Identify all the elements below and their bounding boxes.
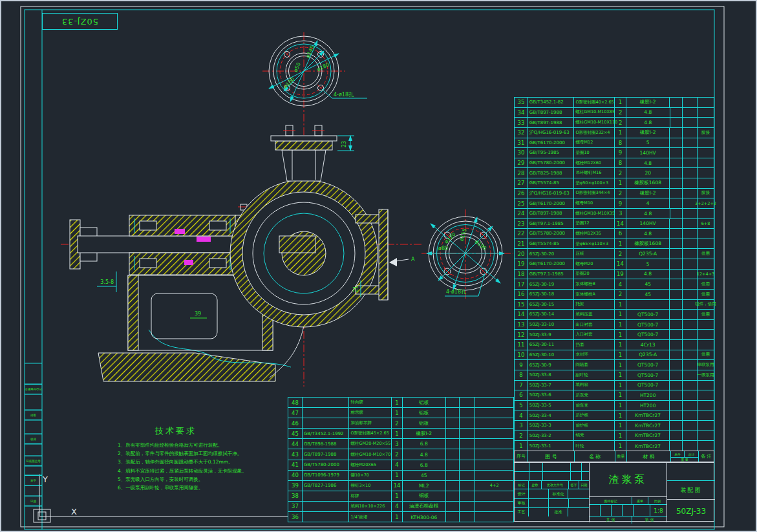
bom-cell: 14 — [392, 481, 403, 491]
bom-cell — [698, 209, 714, 218]
bom-cell — [446, 398, 460, 407]
drawing-number: 50ZJ-33 — [676, 507, 706, 516]
bom-cell: GB/T897-1988 — [303, 449, 350, 459]
bom-cell: 1 — [615, 401, 626, 410]
bom-cell: 21 — [515, 239, 528, 249]
bom-cell: 组件，借用 — [698, 300, 714, 310]
bom-cell: 50ZJ-33-4 — [528, 410, 575, 420]
tech-req-item: 3、装配后，轴伸外圆径向圆跳动量不大于0.12mm。 — [118, 458, 291, 466]
bom-cell: 37 — [288, 502, 303, 511]
bom-cell — [446, 481, 460, 491]
tech-req-item: 1、所有零部件均应经检验合格后方可进行装配。 — [118, 441, 291, 449]
bom-cell — [670, 390, 683, 400]
bom-cell — [670, 158, 683, 168]
section-label: A — [411, 257, 415, 262]
bom-cell: 泵体螺栓A — [574, 290, 615, 299]
bom-cell — [698, 239, 714, 249]
tech-requirements: 技术要求 1、所有零部件均应经检验合格后方可进行装配。 2、装配前，零件与零件的… — [118, 425, 291, 492]
bom-cell — [683, 441, 698, 451]
bom-row: 29GB/T5780-2000螺栓M12X6084.8 — [515, 158, 714, 169]
bom-cell — [683, 360, 698, 370]
bom-cell — [460, 429, 475, 438]
bom-row: 1165ZJ-30-11挡套14Cr13 — [515, 340, 714, 350]
bom-row: 1065ZJ-30-10水封环1Q235-A借用 — [515, 350, 714, 361]
bom-cell: Q235-A — [626, 350, 670, 360]
bom-cell — [683, 158, 698, 168]
bom-cell — [626, 300, 670, 310]
revision-label-docno: 更改文件号 — [542, 481, 569, 489]
bom-cell: 借用 — [698, 279, 714, 289]
bom-cell: 1 — [615, 128, 626, 138]
bom-cell: 蜗壳 — [574, 431, 615, 441]
bom-cell: 9 — [515, 360, 528, 370]
role-approve: 批准 — [549, 508, 568, 516]
bom-table-main: 35GB/T3452.1-82O形密封圈40×2.651橡胶I-234GB/T8… — [514, 97, 714, 451]
revision-label-sign: 签字 — [569, 481, 579, 489]
bom-cell — [670, 401, 683, 410]
bom-cell: 垫圈20 — [574, 270, 615, 279]
bom-cell: 9 — [615, 148, 626, 158]
bom-cell: 50ZJ-33-9 — [528, 330, 575, 339]
bom-cell: 4.8 — [403, 449, 446, 459]
bom-cell — [303, 408, 350, 418]
bom-row: 47标示牌1铝板 — [288, 408, 513, 418]
bom-cell: 1 — [615, 410, 626, 420]
bom-cell — [670, 189, 683, 198]
bom-cell: QT500-7 — [626, 310, 670, 319]
bom-cell: 1 — [615, 98, 626, 107]
bom-cell — [683, 118, 698, 127]
bom-cell: GB/T95-1985 — [528, 148, 575, 158]
bom-cell — [683, 219, 698, 229]
bom-cell: 50ZJ-33-6 — [528, 390, 575, 400]
doc-type: 装配图 — [681, 486, 702, 495]
bom-cell: GB/T5780-2000 — [303, 460, 350, 470]
ucs-y-label: Y — [42, 474, 48, 484]
pump-section-view — [70, 125, 409, 381]
bom-row: 24GB/T897-1988螺柱GM10-M10X3534.8 — [515, 209, 714, 219]
bom-cell — [683, 138, 698, 148]
bom-cell: 1 — [392, 512, 403, 522]
bom-cell: 出口衬套 — [574, 320, 615, 330]
bom-cell — [683, 98, 698, 107]
bom-cell: GB/T3452.1-1992 — [303, 429, 350, 438]
bom-cell: 垫圈12 — [574, 219, 615, 229]
bom-cell — [446, 502, 460, 511]
bom-row: 38标牌1铜板 — [288, 491, 513, 502]
bom-cell: 5 — [515, 401, 528, 410]
bom-row: 750ZJ-33-7填料箱1QT500-7 — [515, 381, 714, 391]
bom-cell: 65ZJ-30-9 — [528, 360, 575, 370]
bom-cell — [670, 209, 683, 218]
margin-field-old-drawing-no: 旧底图总号 — [25, 456, 42, 466]
bom-cell: 1 — [615, 330, 626, 339]
bom-cell — [670, 340, 683, 350]
bom-cell: 17 — [515, 279, 528, 289]
bom-cell: 33 — [515, 118, 528, 127]
bom-cell — [683, 381, 698, 390]
bom-cell — [670, 148, 683, 158]
bom-cell: 34 — [515, 108, 528, 118]
bom-cell — [683, 189, 698, 198]
margin-field-trace-check: 校描 — [25, 434, 42, 444]
cad-sheet[interactable]: .wl{fill:none;stroke:#dfe5ea;stroke-widt… — [0, 0, 757, 532]
bom-row: 46加油标示牌2铝板 — [288, 418, 513, 429]
bom-cell: 3 — [615, 209, 626, 218]
bom-cell — [698, 148, 714, 158]
bom-cell: 1 — [615, 431, 626, 441]
bom-cell — [670, 98, 683, 107]
bom-cell — [683, 279, 698, 289]
bom-row: 40GB/T1096-1979键10×70145 — [288, 471, 513, 481]
bom-cell: 橡胶I-2 — [403, 429, 446, 438]
bom-cell — [460, 449, 475, 459]
bom-cell — [670, 270, 683, 279]
bom-cell: KTH300-06 — [403, 512, 446, 522]
scale-value: 1:8 — [650, 505, 666, 516]
bom-cell: 35 — [515, 98, 528, 107]
bom-cell — [475, 491, 513, 501]
bom-cell: 铆钉3×10 — [349, 481, 392, 491]
bom-cell: 19 — [515, 259, 528, 269]
bom-cell: 橡胶板1608 — [626, 178, 670, 188]
role-design: 设计 — [515, 489, 529, 498]
bom-cell — [683, 148, 698, 158]
title-block: 标记 处数 更改文件号 签字 日期 设计 标准化 审核 工艺 批 — [514, 462, 714, 522]
bom-cell: O形密封圈45×2.65 — [349, 429, 392, 438]
